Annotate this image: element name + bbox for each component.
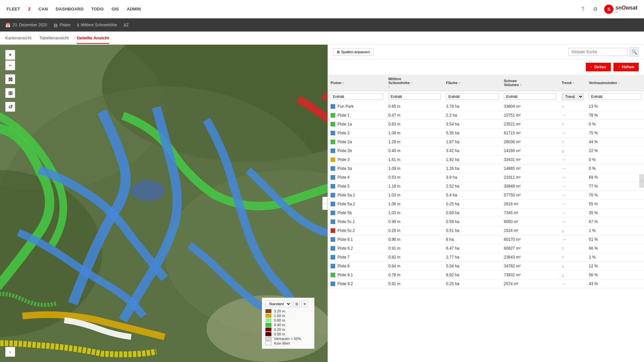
settings-icon[interactable]: ⚙ [592,6,599,13]
table-row: Piste 1 0.47 m 2.2 ha 10751 m² → 78 % [328,111,644,120]
map-prev-button[interactable]: ‹ [5,347,15,357]
fläche-value: 2.2 ha [446,113,457,118]
zoom-in-button[interactable]: + [5,50,15,60]
piste-name: Piste 4 [337,175,350,180]
filter-schneehöhe-input[interactable] [388,93,441,100]
table-row: Piste 2a 1.29 m 1.87 ha 26036 m² ↑ 44 % [328,138,644,147]
vertrauen-value: 35 % [589,211,598,215]
cell-trend: → [559,217,586,226]
panel-buttons: ↑ Deltas ↑ Höhen [586,63,639,71]
pisten-item[interactable]: ▤ Pisten [54,23,70,28]
cell-name: Piste 9.1 [328,271,386,280]
zoom-out-button[interactable]: − [5,60,15,70]
th-volumen[interactable]: SchneeVolumen ↑ [501,75,559,91]
right-panel-toggle[interactable]: › [639,174,644,188]
filter-vertrauen-input[interactable] [589,93,641,100]
vertrauen-value: 0 % [589,166,596,171]
search-input[interactable] [568,48,628,56]
nav-admin[interactable]: ADMIN [127,7,141,11]
cell-trend: → [559,129,586,138]
th-trend[interactable]: Trend ↑ [559,75,586,91]
filter-pisten-input[interactable] [331,93,383,100]
trend-icon: ↑ [562,139,564,145]
cell-vertrauen: 0 % [586,120,644,129]
piste-color-dot [331,157,335,162]
legend-list-icon[interactable]: ☰ [293,301,300,307]
deltas-button[interactable]: ↑ Deltas [586,63,611,71]
tab-tabellenansicht[interactable]: Tabellenansicht [39,33,69,44]
trend-icon: ↑ [562,246,564,251]
nav-dashboard[interactable]: DASHBOARD [56,7,84,11]
piste-color-dot [331,122,335,126]
cell-volumen: 6050 m² [501,217,559,226]
th-vertrauen[interactable]: Vertrauensindex ↑ [586,75,644,91]
cell-vertrauen: 0 % [586,155,644,164]
nav-todo[interactable]: TODO [91,7,104,11]
filter-fläche[interactable] [443,91,501,102]
filter-fläche-input[interactable] [446,93,499,100]
schneehöhe-value: 0.85 m [388,104,401,109]
legend-kein-label: Kein Wert [274,341,290,345]
schneehöhe-value: 0.91 m [388,282,401,286]
schneehöhe-value: 0.99 m [388,219,401,224]
cell-vertrauen: 1 % [586,226,644,235]
legend-close-icon[interactable]: ✕ [301,301,308,307]
nav-fleet[interactable]: FLEET [7,7,20,11]
sub-bar: 📅 23. Dezember 2020 ▤ Pisten ℹ Mittlere … [0,18,644,32]
date-item[interactable]: 📅 23. Dezember 2020 [5,23,47,28]
filter-volumen-input[interactable] [504,93,557,100]
th-schneehöhe[interactable]: MittlereSchneehöhe ↑ ℹ [386,75,444,91]
nav-z[interactable]: Z [28,7,31,11]
legend-row-4: 0.20 m [265,328,311,331]
filter-trend-select[interactable]: Trend [562,93,584,100]
hohen-button[interactable]: ↑ Höhen [613,63,639,71]
trend-icon: ↑ [562,255,564,260]
cell-vertrauen: 56 % [586,271,644,280]
cell-name: Piste 4 [328,173,386,182]
legend-label-2: 0.80 m [274,318,285,322]
spalten-button[interactable]: ⊞ Spalten anpassen [333,48,374,56]
filter-volumen[interactable] [501,91,559,102]
table-row: Piste 4 0.53 m 3.9 ha 21911 m² → 69 % [328,173,644,182]
fläche-value: 3.42 ha [446,148,459,153]
fläche-value: 1.87 ha [446,140,459,144]
tab-kartenansicht[interactable]: Kartenansicht [5,33,32,44]
table-row: Piste 5a.2 1.06 m 0.25 ha 2816 m² → 55 % [328,200,644,209]
help-icon[interactable]: ? [579,6,586,13]
fläche-value: 5.35 ha [446,131,459,135]
rotate-button[interactable]: ↺ [5,102,15,112]
table-row: Piste 9.2 0.91 m 0.25 ha 2574 m² → 43 % [328,280,644,288]
tab-geteilte-ansicht[interactable]: Geteilte Ansicht [77,33,109,44]
volumen-value: 34782 m² [504,264,521,268]
filter-schneehöhe[interactable] [386,91,444,102]
schneehöhe-value: 1.29 m [388,140,401,144]
map-panel-toggle[interactable]: › [322,197,328,210]
volumen-value: 73932 m² [504,273,521,277]
cell-volumen: 2816 m² [501,200,559,209]
filter-pisten[interactable] [328,91,386,102]
volumen-value: 23521 m² [504,122,521,126]
nav-gis[interactable]: GIS [111,7,119,11]
table-row: Piste 8 0.64 m 5.04 ha 34782 m² ↓ 12 % [328,262,644,271]
metric-item[interactable]: ℹ Mittlere Schneehöhe [77,23,117,28]
cell-trend: ↑ [559,138,586,147]
nav-can[interactable]: CAN [38,7,48,11]
table-container[interactable]: Pisten ↑ MittlereSchneehöhe ↑ ℹ Fläche ↑… [328,75,644,362]
th-pisten[interactable]: Pisten ↑ [328,75,386,91]
piste-name: Piste 5a.2 [337,202,355,206]
trend-icon: → [562,166,566,171]
search-button[interactable]: 🔍 [630,47,639,57]
legend-label-0: 3.20 m [274,309,285,313]
deltas-label: Deltas [594,65,606,69]
filter-vertrauen[interactable] [586,91,644,102]
filter-trend[interactable]: Trend [559,91,586,102]
legend-select[interactable]: Standard [265,301,291,307]
delta-item[interactable]: ΔZ [124,23,129,27]
th-fläche[interactable]: Fläche ↑ [443,75,501,91]
layers-button[interactable]: ⊞ [5,88,15,98]
cell-vertrauen: 77 % [586,182,644,191]
expand-button[interactable]: ⊠ [5,74,15,84]
vertrauen-value: 0 % [589,122,596,126]
vertrauen-value: 66 % [589,246,598,251]
piste-color-dot [331,237,335,242]
